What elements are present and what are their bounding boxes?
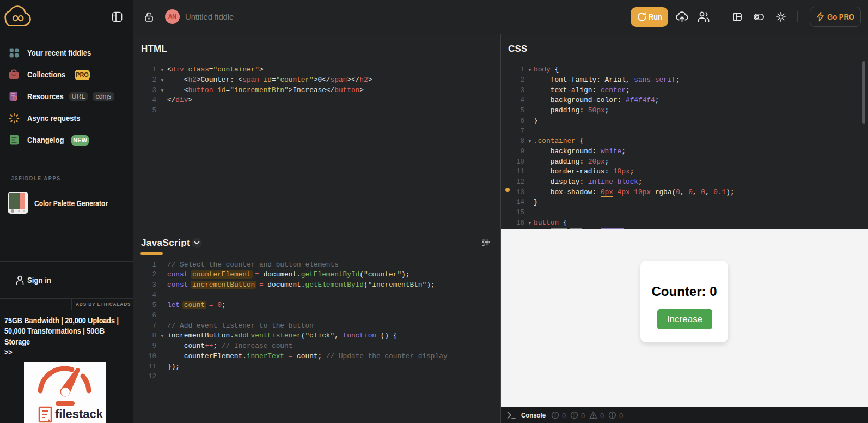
svg-text:filestack: filestack: [55, 407, 103, 421]
